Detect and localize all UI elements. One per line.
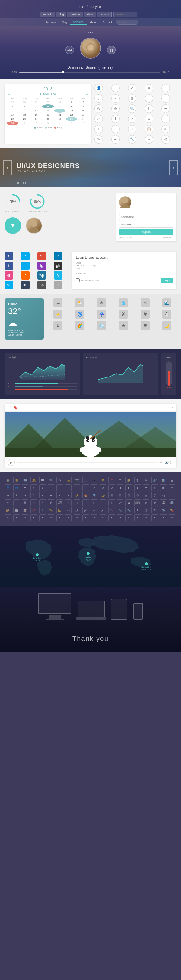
search-input-sec[interactable] [118,21,135,24]
cal-cell[interactable]: 21 [54,113,66,117]
cal-cell[interactable]: 2 [77,100,89,104]
cal-cell[interactable]: 4 [19,105,30,108]
media-fullscreen-icon[interactable]: ⛶ [170,461,173,464]
banner-dot-2[interactable] [20,182,22,184]
mega-icon[interactable]: ☀ [13,492,20,498]
mega-icon[interactable]: 👤 [5,484,11,491]
mega-icon[interactable]: 🔬 [143,507,149,514]
login-username-input[interactable] [90,263,173,268]
icon-minus-circle[interactable]: ⊖ [95,105,103,113]
mega-icon[interactable]: ⌥ [30,500,37,506]
icon-x[interactable]: ✕ [145,84,153,92]
media-play-button[interactable]: ▶ [8,459,15,466]
cal-cell[interactable]: 31 [54,100,66,104]
mega-icon[interactable]: 🔒 [65,477,72,484]
nav-contact-sec[interactable]: Contact [99,19,115,25]
mega-icon[interactable]: 💊 [169,507,175,514]
login-button[interactable]: Login [161,278,173,283]
mega-icon[interactable]: ◈ [151,484,158,491]
calendar-next-button[interactable]: → [85,92,89,96]
mega-icon[interactable]: ⚙ [56,477,63,484]
mega-icon[interactable]: ■ [125,514,132,521]
cal-cell[interactable]: 1 [19,121,30,125]
cal-cell[interactable]: 22 [66,113,77,117]
cal-cell[interactable]: 2 [30,121,42,125]
mega-icon[interactable]: ⊡ [134,492,141,498]
mega-icon[interactable]: 📊 [160,477,167,484]
social-github-button[interactable]: gh [54,262,62,270]
icon-warning[interactable]: ⚠ [95,115,103,123]
icon-lines[interactable]: ≣ [162,105,170,113]
mega-icon[interactable]: 📝 [22,507,28,514]
icon-music[interactable]: ♪ [95,94,103,103]
mega-icon[interactable]: ▷ [169,492,175,498]
nav-about-top[interactable]: About [83,12,96,17]
player-bar-handle[interactable] [62,71,64,73]
mega-icon[interactable]: ■ [117,514,123,521]
icon-plus2[interactable]: ✚ [128,125,136,133]
mega-icon[interactable]: 🖌 [99,507,106,514]
banner-dot-1[interactable] [17,182,19,184]
icon-info[interactable]: ℹ [145,105,153,113]
cal-cell[interactable]: 5 [66,121,77,125]
mega-icon[interactable]: 🎵 [82,477,89,484]
social-add-button[interactable]: + [54,281,62,289]
nav-blog-top[interactable]: Blog [56,12,66,17]
social-instagram-button[interactable]: ig [37,262,46,270]
login-password-input[interactable] [90,271,173,276]
player-track-bar[interactable] [19,72,160,73]
mega-icon[interactable]: 💡 [99,477,106,484]
mega-icon[interactable]: ✕ [91,484,98,491]
mega-icon[interactable]: 📏 [48,507,54,514]
mega-icon[interactable]: ↓ [39,484,46,491]
social-vimeo-button[interactable]: v [54,271,62,280]
icon-bars[interactable]: ≡ [145,115,153,123]
mega-icon[interactable]: 🌙 [99,492,106,498]
cal-cell[interactable]: 13 [42,109,54,113]
mega-icon[interactable]: ↑ [30,484,37,491]
icon-plus[interactable]: + [95,125,103,133]
mega-icon[interactable]: ☁ [5,492,11,498]
mega-icon[interactable]: ⎈ [108,500,115,506]
mega-icon[interactable]: ⎋ [39,500,46,506]
mega-icon[interactable]: + [65,484,72,491]
social-twitter-button[interactable]: t [21,252,30,260]
password-input[interactable] [119,221,173,228]
mega-icon[interactable]: ⇧ [65,500,72,506]
nav-services-sec[interactable]: Services [70,19,86,25]
player-progress-bar[interactable]: 6:15 20:12 [6,71,175,73]
mega-icon[interactable]: ▽ [151,492,158,498]
social-linkedin-button[interactable]: in [54,252,62,260]
mega-icon[interactable]: ❤ [22,484,28,491]
cal-cell[interactable]: 5 [30,105,42,108]
cal-cell[interactable]: 10 [7,109,18,113]
mega-icon[interactable]: ✒ [91,507,98,514]
mega-icon[interactable]: 🔍 [48,477,54,484]
mega-icon[interactable]: ■ [160,514,167,521]
cal-cell[interactable]: 12 [30,109,42,113]
cal-cell[interactable]: 3 [42,121,54,125]
mega-icon[interactable]: → [56,484,63,491]
social-apple-button[interactable]: ap [37,281,46,289]
mega-icon[interactable]: 📎 [39,507,46,514]
mega-icon[interactable]: ■ [74,514,80,521]
sign-in-button[interactable]: Sign In [119,229,173,235]
mega-icon[interactable]: ♦ [65,492,72,498]
search-input-top[interactable] [115,13,134,16]
cal-cell[interactable]: 3 [7,105,18,108]
cal-cell[interactable]: 20 [42,113,54,117]
mega-icon[interactable]: ■ [134,514,141,521]
mega-icon[interactable]: 📷 [74,477,80,484]
mega-icon[interactable]: ■ [13,514,20,521]
mega-icon[interactable]: 👥 [13,484,20,491]
social-google-button[interactable]: g+ [37,252,46,260]
mega-icon[interactable]: 📂 [5,507,11,514]
mega-icon[interactable]: 🔗 [151,477,158,484]
mega-icon[interactable]: ◊ [169,484,175,491]
mega-icon[interactable]: ■ [22,514,28,521]
cal-cell[interactable]: 30 [42,100,54,104]
mega-icon[interactable]: ■ [30,514,37,521]
mega-icon[interactable]: ⌖ [5,500,11,506]
mega-icon[interactable]: ◁ [160,492,167,498]
icon-list[interactable]: ≡ [111,94,120,103]
